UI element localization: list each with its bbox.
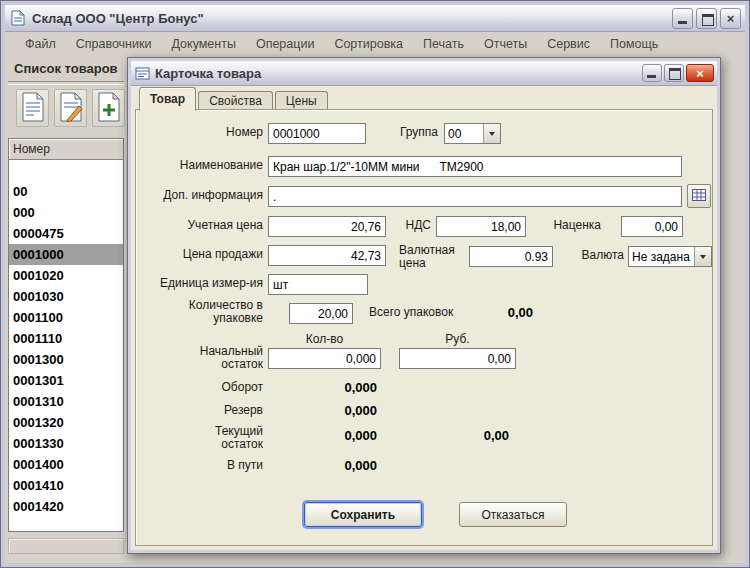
currency-input[interactable] (629, 247, 694, 266)
list-item[interactable]: 0001000 (9, 244, 123, 265)
total-packs-label: Всего упаковок (369, 306, 469, 319)
extra-info-input[interactable] (268, 186, 682, 207)
extra-info-grid-button[interactable] (687, 184, 711, 208)
window-controls: × (672, 8, 741, 29)
list-item[interactable]: 0001420 (9, 496, 123, 517)
group-input[interactable] (445, 124, 483, 143)
edit-item-button[interactable] (54, 89, 87, 127)
qty-column-header: Кол-во (268, 332, 381, 346)
vat-input[interactable] (436, 216, 526, 237)
add-item-button[interactable] (92, 89, 125, 127)
dialog-titlebar[interactable]: Карточка товара × (131, 61, 717, 86)
dialog-title: Карточка товара (155, 66, 261, 81)
menu-item-4[interactable]: Сортировка (324, 35, 413, 53)
dialog-maximize-button[interactable] (664, 64, 684, 82)
save-button[interactable]: Сохранить (304, 502, 422, 527)
add-item-icon (96, 92, 122, 125)
maximize-icon (702, 14, 714, 26)
maximize-button[interactable] (696, 8, 717, 29)
cancel-button[interactable]: Отказаться (459, 502, 567, 527)
list-item[interactable]: 0001330 (9, 433, 123, 454)
list-item[interactable]: 000 (9, 202, 123, 223)
accounting-price-input[interactable] (268, 216, 386, 237)
list-item[interactable]: 0001400 (9, 454, 123, 475)
panel-separator (8, 81, 124, 85)
currency-combo (628, 246, 712, 267)
maximize-icon (669, 68, 681, 80)
close-icon: × (727, 12, 735, 25)
group-label: Группа (366, 126, 438, 139)
qty-per-pack-input[interactable] (289, 303, 353, 324)
number-input[interactable] (268, 123, 366, 144)
current-balance-label: Текущий остаток (193, 425, 263, 451)
tab-1[interactable]: Свойства (198, 91, 273, 111)
app-icon (10, 10, 26, 26)
grid-icon (692, 189, 706, 204)
menu-item-0[interactable]: Файл (15, 35, 66, 53)
list-item[interactable]: 0001100 (9, 307, 123, 328)
product-list: 0000000004750001000000102000010300001100… (9, 160, 123, 517)
products-panel-title: Список товаров (14, 61, 118, 76)
new-item-button[interactable] (16, 89, 49, 127)
list-item[interactable]: 0001020 (9, 265, 123, 286)
product-list-panel: Номер 0000000004750001000000102000010300… (8, 138, 124, 532)
menu-bar: ФайлСправочникиДокументыОперацииСортиров… (5, 33, 745, 54)
initial-balance-label: Начальный остаток (183, 345, 263, 371)
currency-price-input[interactable] (469, 246, 553, 267)
group-dropdown-button[interactable] (483, 124, 500, 143)
dialog-minimize-button[interactable] (642, 64, 662, 82)
list-item[interactable]: 00 (9, 181, 123, 202)
vat-label: НДС (374, 219, 431, 232)
chevron-down-icon (489, 132, 495, 136)
unit-input[interactable] (268, 274, 368, 295)
main-titlebar[interactable]: Склад ООО "Центр Бонус" × (5, 5, 745, 32)
minimize-button[interactable] (672, 8, 693, 29)
menu-item-5[interactable]: Печать (413, 35, 474, 53)
list-item[interactable]: 0001320 (9, 412, 123, 433)
current-balance-qty-value: 0,000 (268, 428, 377, 443)
in-transit-label: В пути (138, 459, 263, 472)
menu-item-8[interactable]: Помощь (600, 35, 668, 53)
main-window: Склад ООО "Центр Бонус" × ФайлСправочник… (0, 0, 750, 568)
list-item[interactable]: 0001310 (9, 391, 123, 412)
list-item[interactable]: 0001110 (9, 328, 123, 349)
edit-item-icon (58, 92, 84, 125)
minimize-icon (678, 21, 687, 24)
close-button[interactable]: × (720, 8, 741, 29)
window-title: Склад ООО "Центр Бонус" (32, 11, 204, 26)
turnover-label: Оборот (138, 381, 263, 394)
list-item[interactable]: 0001410 (9, 475, 123, 496)
tab-2[interactable]: Цены (275, 91, 328, 111)
initial-balance-qty-input[interactable] (268, 348, 381, 369)
number-label: Номер (138, 126, 263, 139)
dialog-close-button[interactable]: × (686, 64, 714, 82)
dialog-icon (135, 66, 150, 81)
tab-0[interactable]: Товар (139, 87, 196, 111)
turnover-value: 0,000 (268, 380, 377, 395)
current-balance-rub-value: 0,00 (399, 428, 509, 443)
currency-dropdown-button[interactable] (694, 247, 711, 266)
close-icon: × (696, 67, 704, 80)
list-item[interactable]: 0000475 (9, 223, 123, 244)
menu-item-1[interactable]: Справочники (66, 35, 162, 53)
unit-label: Единица измер-ия (138, 277, 263, 290)
sale-price-input[interactable] (268, 245, 386, 266)
list-item[interactable]: 0001300 (9, 349, 123, 370)
name-input[interactable] (268, 156, 682, 177)
reserve-label: Резерв (138, 404, 263, 417)
tab-strip: ТоварСвойстваЦены (139, 87, 330, 111)
menu-item-2[interactable]: Документы (161, 35, 245, 53)
menu-item-7[interactable]: Сервис (537, 35, 600, 53)
horizontal-scrollbar[interactable] (8, 538, 124, 554)
minimize-icon (647, 75, 656, 78)
list-item[interactable]: 0001301 (9, 370, 123, 391)
chevron-down-icon (700, 255, 706, 259)
extra-info-label: Доп. информация (138, 189, 263, 202)
list-column-header[interactable]: Номер (9, 139, 123, 160)
list-item[interactable]: 0001030 (9, 286, 123, 307)
list-item[interactable] (9, 160, 123, 181)
menu-item-3[interactable]: Операции (246, 35, 324, 53)
menu-item-6[interactable]: Отчеты (474, 35, 537, 53)
markup-input[interactable] (621, 216, 683, 237)
initial-balance-rub-input[interactable] (399, 348, 516, 369)
